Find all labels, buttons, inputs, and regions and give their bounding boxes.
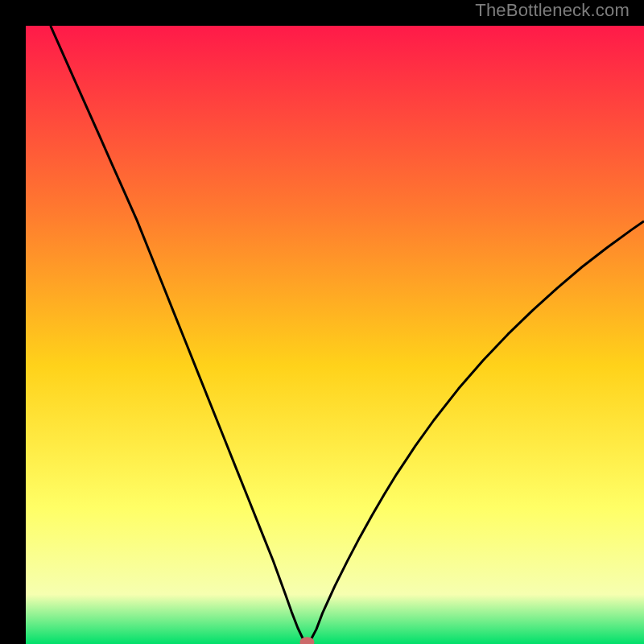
watermark-text: TheBottleneck.com: [475, 0, 630, 21]
chart-frame: [13, 13, 631, 631]
bottleneck-chart: [26, 26, 644, 644]
gradient-background: [26, 26, 644, 644]
